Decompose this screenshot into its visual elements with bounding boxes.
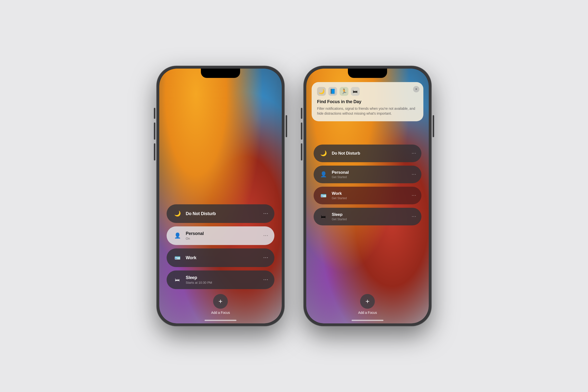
- plus-icon: +: [218, 298, 222, 305]
- card-icon-sleep: 🛏: [351, 87, 360, 96]
- focus-item-personal-right[interactable]: 👤 Personal Get Started ···: [314, 166, 422, 183]
- focus-item-text: Work: [186, 255, 264, 260]
- focus-list-right: 🌙 Do Not Disturb ··· 👤 Personal Get Star…: [314, 144, 422, 226]
- phone-right: 🌙 📘 🏃 🛏 × Find Focus in the Day Filter n…: [304, 66, 431, 326]
- silent-switch-right: [301, 108, 302, 119]
- focus-item-name-right: Sleep: [332, 212, 412, 217]
- more-dots[interactable]: ···: [264, 233, 268, 238]
- focus-item-name-right: Do Not Disturb: [332, 151, 412, 156]
- focus-item-text-right: Do Not Disturb: [332, 151, 412, 156]
- person-icon-right: 👤: [318, 170, 328, 179]
- focus-item-text: Sleep Starts at 10:30 PM: [186, 275, 264, 284]
- focus-item-text: Do Not Disturb: [186, 211, 264, 216]
- close-button[interactable]: ×: [413, 86, 420, 92]
- info-card: 🌙 📘 🏃 🛏 × Find Focus in the Day Filter n…: [312, 82, 423, 121]
- more-dots-right[interactable]: ···: [412, 151, 416, 156]
- focus-item-text-right: Personal Get Started: [332, 170, 412, 179]
- focus-item-sub-right: Get Started: [332, 176, 412, 179]
- focus-item-name: Work: [186, 255, 264, 260]
- focus-item-text: Personal On: [186, 231, 264, 240]
- add-focus-button-right[interactable]: +: [360, 294, 375, 309]
- focus-item-sleep-right[interactable]: 🛏 Sleep Get Started ···: [314, 208, 422, 226]
- info-card-icons: 🌙 📘 🏃 🛏: [317, 87, 418, 96]
- focus-item-name: Personal: [186, 231, 264, 236]
- silent-switch: [154, 108, 155, 119]
- add-focus-button[interactable]: +: [213, 294, 228, 309]
- add-focus-area-right[interactable]: + Add a Focus: [358, 294, 377, 314]
- sleep-icon-right: 🛏: [318, 212, 328, 222]
- plus-icon-right: +: [366, 298, 370, 305]
- card-icon-moon: 🌙: [317, 87, 326, 96]
- power-button: [286, 115, 287, 137]
- focus-item-personal[interactable]: 👤 Personal On ···: [166, 226, 274, 245]
- moon-icon: 🌙: [172, 209, 182, 218]
- focus-item-name-right: Work: [332, 191, 412, 196]
- notch-left: [201, 68, 240, 78]
- more-dots[interactable]: ···: [264, 255, 268, 260]
- phone-frame-left: 🌙 Do Not Disturb ··· 👤 Personal On ···: [157, 66, 284, 326]
- more-dots-right[interactable]: ···: [412, 172, 416, 177]
- more-dots-right[interactable]: ···: [412, 193, 416, 198]
- volume-up-button: [154, 122, 155, 140]
- home-indicator-right: [352, 320, 384, 321]
- focus-item-do-not-disturb-right[interactable]: 🌙 Do Not Disturb ···: [314, 144, 422, 162]
- info-card-title: Find Focus in the Day: [317, 99, 418, 104]
- focus-item-sub-right: Get Started: [332, 196, 412, 200]
- phone-frame-right: 🌙 📘 🏃 🛏 × Find Focus in the Day Filter n…: [304, 66, 431, 326]
- focus-item-sleep[interactable]: 🛏 Sleep Starts at 10:30 PM ···: [166, 270, 274, 289]
- person-icon: 👤: [172, 231, 182, 240]
- focus-item-work[interactable]: 🪪 Work ···: [166, 248, 274, 267]
- moon-icon-right: 🌙: [318, 148, 328, 158]
- work-icon-right: 🪪: [318, 190, 328, 200]
- volume-up-button-right: [301, 122, 302, 140]
- focus-item-sub: On: [186, 237, 264, 240]
- focus-item-sub-right: Get Started: [332, 218, 412, 221]
- focus-item-text-right: Sleep Get Started: [332, 212, 412, 221]
- add-focus-area[interactable]: + Add a Focus: [211, 294, 230, 314]
- work-icon: 🪪: [172, 253, 182, 263]
- card-icon-reading: 📘: [328, 87, 337, 96]
- volume-down-button: [154, 143, 155, 160]
- phone-screen-left: 🌙 Do Not Disturb ··· 👤 Personal On ···: [159, 68, 282, 324]
- power-button-right: [433, 115, 434, 137]
- focus-item-text-right: Work Get Started: [332, 191, 412, 200]
- notch-right: [348, 68, 387, 78]
- card-icon-fitness: 🏃: [340, 87, 348, 96]
- focus-item-sub: Starts at 10:30 PM: [186, 281, 264, 284]
- add-focus-label: Add a Focus: [211, 311, 230, 314]
- focus-item-name: Sleep: [186, 275, 264, 280]
- more-dots[interactable]: ···: [264, 211, 268, 216]
- add-focus-label-right: Add a Focus: [358, 311, 377, 314]
- focus-item-name-right: Personal: [332, 170, 412, 175]
- more-dots-right[interactable]: ···: [412, 214, 416, 219]
- focus-item-work-right[interactable]: 🪪 Work Get Started ···: [314, 187, 422, 204]
- volume-down-button-right: [301, 143, 302, 160]
- home-indicator: [204, 320, 236, 321]
- sleep-icon: 🛏: [172, 275, 182, 285]
- phone-screen-right: 🌙 📘 🏃 🛏 × Find Focus in the Day Filter n…: [306, 68, 429, 324]
- info-card-description: Filter notifications, signal to friends …: [317, 106, 418, 116]
- phone-left: 🌙 Do Not Disturb ··· 👤 Personal On ···: [157, 66, 284, 326]
- focus-list-left: 🌙 Do Not Disturb ··· 👤 Personal On ···: [166, 204, 274, 289]
- more-dots[interactable]: ···: [264, 277, 268, 282]
- focus-item-name: Do Not Disturb: [186, 211, 264, 216]
- focus-item-do-not-disturb[interactable]: 🌙 Do Not Disturb ···: [166, 204, 274, 223]
